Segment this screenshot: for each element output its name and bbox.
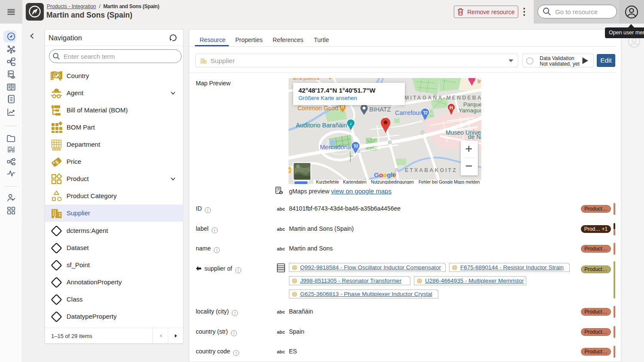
- svg-text:de Na: de Na: [468, 133, 481, 140]
- svg-text:Parque: Parque: [463, 101, 481, 108]
- svg-text:G: G: [374, 171, 379, 178]
- svg-text:ETXABAKOITZ: ETXABAKOITZ: [405, 167, 457, 173]
- svg-text:Fehler bei Google Maps melden: Fehler bei Google Maps melden: [419, 180, 480, 184]
- svg-text:Mercadona: Mercadona: [320, 144, 351, 151]
- svg-text:9: 9: [289, 168, 290, 172]
- svg-text:BIHATZ: BIHATZ: [369, 106, 391, 113]
- svg-text:Kartendaten: Kartendaten: [343, 180, 367, 184]
- svg-text:H: H: [450, 105, 453, 110]
- svg-text:♪: ♪: [349, 121, 352, 126]
- svg-text:Common Good: Common Good: [298, 105, 338, 112]
- svg-text:42°48'17.4"N 1°40'51.7"W: 42°48'17.4"N 1°40'51.7"W: [298, 87, 376, 94]
- svg-text:Iru: Iru: [477, 78, 481, 84]
- svg-text:Größere Karte ansehen: Größere Karte ansehen: [298, 95, 357, 101]
- svg-text:e: e: [392, 171, 396, 178]
- svg-text:RMITAGAÑA-MENDEBALD: RMITAGAÑA-MENDEBALD: [399, 94, 481, 101]
- svg-text:arra puenta: arra puenta: [293, 78, 319, 81]
- svg-text:Yamaguc: Yamaguc: [459, 107, 481, 114]
- svg-text:Carrefour: Carrefour: [395, 109, 421, 116]
- svg-text:Auditorio Barañáin: Auditorio Barañáin: [296, 122, 347, 129]
- svg-text:Kurzbefehle: Kurzbefehle: [316, 180, 339, 184]
- svg-text:Nutzungsbedingungen: Nutzungsbedingungen: [371, 180, 414, 184]
